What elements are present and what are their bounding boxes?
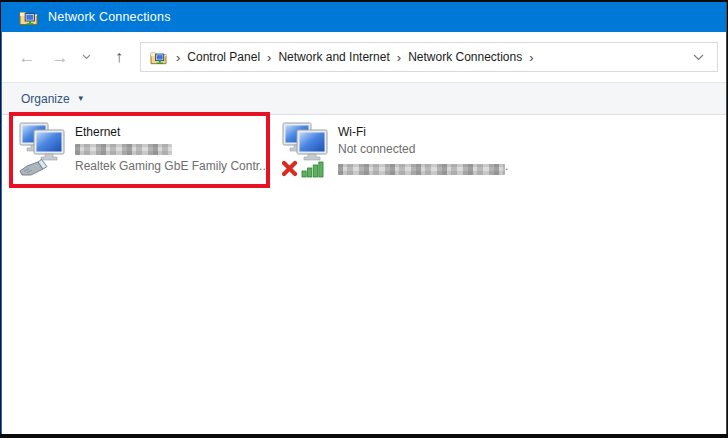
connection-name: Ethernet (75, 124, 269, 141)
adapter-device-name: Realtek Gaming GbE Family Contr... (75, 158, 269, 175)
recent-locations-chevron-down-icon[interactable] (78, 54, 94, 60)
redacted-network-name (75, 144, 172, 155)
connections-list: Ethernet Realtek Gaming GbE Family Contr… (2, 115, 726, 432)
navigation-bar: ← → ↑ › (2, 32, 726, 83)
window-title: Network Connections (48, 10, 171, 24)
breadcrumb-network-and-internet[interactable]: Network and Internet (278, 50, 389, 64)
ethernet-text-block: Ethernet Realtek Gaming GbE Family Contr… (75, 121, 269, 179)
forward-button[interactable]: → (48, 49, 72, 66)
breadcrumb-separator[interactable]: › (390, 50, 408, 65)
address-dropdown-chevron-down-icon[interactable] (693, 54, 708, 61)
address-bar[interactable]: › Control Panel › Network and Internet ›… (140, 42, 718, 72)
connection-name: Wi-Fi (338, 124, 508, 141)
breadcrumb-network-connections[interactable]: Network Connections (408, 50, 522, 64)
ethernet-adapter-icon (19, 121, 67, 179)
organize-button[interactable]: Organize ▼ (21, 92, 85, 106)
up-button[interactable]: ↑ (107, 49, 131, 65)
back-button[interactable]: ← (15, 49, 39, 66)
breadcrumb-control-panel[interactable]: Control Panel (187, 50, 260, 64)
network-connections-window: Network Connections ← → ↑ (1, 2, 727, 434)
screenshot-frame: Network Connections ← → ↑ (0, 0, 728, 438)
breadcrumb-separator[interactable]: › (169, 50, 187, 65)
address-location-icon (150, 50, 167, 65)
breadcrumb-separator[interactable]: › (522, 50, 540, 65)
connection-item-wifi[interactable]: Wi-Fi Not connected . (282, 121, 508, 179)
connection-item-ethernet[interactable]: Ethernet Realtek Gaming GbE Family Contr… (19, 121, 269, 179)
network-connections-folder-icon (19, 9, 38, 26)
redacted-adapter-name (338, 164, 505, 175)
adapter-name-suffix: . (505, 158, 508, 175)
wifi-adapter-icon (282, 121, 330, 179)
nav-buttons: ← → ↑ (2, 32, 131, 82)
command-toolbar: Organize ▼ (2, 83, 726, 115)
breadcrumb-separator[interactable]: › (260, 50, 278, 65)
wifi-text-block: Wi-Fi Not connected . (338, 121, 508, 179)
organize-label: Organize (21, 92, 70, 106)
connection-status: Not connected (338, 141, 508, 158)
title-bar: Network Connections (2, 2, 726, 32)
organize-caret-down-icon: ▼ (77, 94, 85, 103)
